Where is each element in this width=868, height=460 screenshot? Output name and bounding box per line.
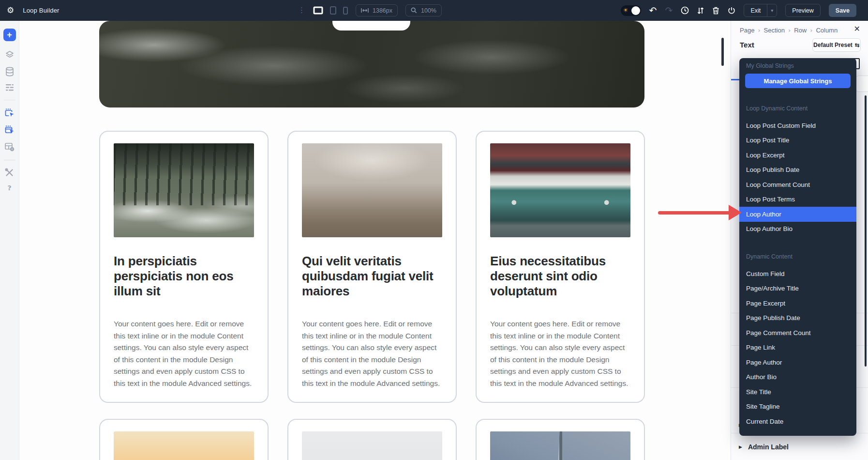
selector-window-alt-icon[interactable] xyxy=(4,125,15,135)
sidebar-divider xyxy=(4,160,15,160)
save-button-label: Save xyxy=(836,7,850,14)
post-image xyxy=(302,143,442,237)
breadcrumb-row[interactable]: Row xyxy=(794,27,807,34)
post-card[interactable] xyxy=(287,419,457,460)
post-card[interactable] xyxy=(99,419,269,460)
post-body-text: Your content goes here. Edit or remove t… xyxy=(302,318,442,389)
left-sidebar: + xyxy=(0,21,19,460)
dropdown-item[interactable]: Loop Author xyxy=(739,207,856,222)
text-field-label: Text xyxy=(740,41,754,49)
canvas-width-value: 1386px xyxy=(373,7,392,14)
dropdown-item[interactable]: Loop Post Custom Field xyxy=(739,118,856,133)
sun-icon: ☀ xyxy=(623,7,629,13)
dropdown-item[interactable]: Loop Excerpt xyxy=(739,148,856,163)
width-arrows-icon xyxy=(361,8,369,13)
dropdown-item[interactable]: Custom Field xyxy=(739,266,856,281)
partial-select-box xyxy=(855,76,868,92)
dropdown-item[interactable]: Loop Comment Count xyxy=(739,177,856,192)
history-clock-icon[interactable] xyxy=(681,6,689,15)
exit-button[interactable]: Exit ▾ xyxy=(744,4,777,17)
post-image xyxy=(114,431,254,460)
dropdown-item[interactable]: Loop Post Terms xyxy=(739,192,856,207)
post-image xyxy=(114,143,254,237)
post-card[interactable]: In perspiciatis perspiciatis non eos ill… xyxy=(99,131,269,403)
add-element-button[interactable]: + xyxy=(3,29,16,41)
breadcrumb: Page › Section › Row › Column xyxy=(740,27,838,34)
post-card[interactable] xyxy=(476,419,645,460)
sidebar-divider xyxy=(4,100,15,100)
post-image xyxy=(302,431,442,460)
breadcrumb-separator-icon: › xyxy=(810,27,812,33)
page-canvas: In perspiciatis perspiciatis non eos ill… xyxy=(20,21,731,460)
dropdown-item[interactable]: Site Title xyxy=(739,384,856,399)
preview-button[interactable]: Preview xyxy=(785,4,820,17)
global-settings-list-icon[interactable] xyxy=(5,84,14,92)
dropdown-section: Dynamic Content Custom FieldPage/Archive… xyxy=(739,253,856,429)
global-strings-section-label: My Global Strings xyxy=(746,62,850,70)
exit-caret-icon[interactable]: ▾ xyxy=(767,4,777,16)
hero-image[interactable] xyxy=(99,21,644,107)
post-title: Qui velit veritatis quibusdam fugiat vel… xyxy=(302,254,442,299)
post-body-text: Your content goes here. Edit or remove t… xyxy=(490,318,630,389)
zoom-magnifier-icon xyxy=(411,7,417,14)
undo-icon[interactable]: ↶ xyxy=(649,6,657,15)
tools-wrench-icon[interactable] xyxy=(5,168,14,177)
module-settings-icon[interactable] xyxy=(4,142,15,152)
builder-settings-gear-icon[interactable]: ⚙ xyxy=(7,6,14,15)
zoom-field[interactable]: 100% xyxy=(405,4,442,16)
phone-breakpoint-icon[interactable] xyxy=(343,7,348,15)
dropdown-item[interactable]: Loop Publish Date xyxy=(739,163,856,178)
dropdown-item[interactable]: Page/Archive Title xyxy=(739,281,856,296)
save-button[interactable]: Save xyxy=(829,4,856,17)
dropdown-item[interactable]: Page Author xyxy=(739,355,856,370)
dropdown-item[interactable]: Page Excerpt xyxy=(739,296,856,311)
breadcrumb-page[interactable]: Page xyxy=(740,27,754,34)
dropdown-item[interactable]: Current Date xyxy=(739,414,856,429)
database-icon[interactable] xyxy=(5,67,14,77)
manage-global-strings-button[interactable]: Manage Global Strings xyxy=(745,74,851,88)
collapse-triangle-icon: ▶ xyxy=(739,445,742,449)
admin-label-section-label: Admin Label xyxy=(748,443,789,451)
sort-arrows-icon[interactable] xyxy=(697,7,704,15)
redo-icon[interactable]: ↷ xyxy=(665,6,673,15)
dropdown-item[interactable]: Page Comment Count xyxy=(739,325,856,340)
desktop-breakpoint-icon[interactable] xyxy=(313,6,323,15)
dropdown-item[interactable]: Loop Post Title xyxy=(739,133,856,148)
zoom-value: 100% xyxy=(421,7,436,14)
post-card[interactable]: Eius necessitatibus deserunt sint odio v… xyxy=(476,131,645,403)
post-title: Eius necessitatibus deserunt sint odio v… xyxy=(490,254,630,299)
app-title: Loop Builder xyxy=(23,7,59,14)
dropdown-section-label: Loop Dynamic Content xyxy=(746,105,850,112)
breadcrumb-column[interactable]: Column xyxy=(816,27,838,34)
canvas-width-field[interactable]: 1386px xyxy=(356,4,398,16)
post-grid-row-1: In perspiciatis perspiciatis non eos ill… xyxy=(99,131,645,403)
light-dark-mode-toggle[interactable]: ☀ xyxy=(621,5,641,16)
trash-icon[interactable] xyxy=(712,7,719,15)
dropdown-item[interactable]: Site Tagline xyxy=(739,399,856,414)
breadcrumb-separator-icon: › xyxy=(758,27,760,33)
tablet-breakpoint-icon[interactable] xyxy=(330,6,336,15)
dropdown-item[interactable]: Loop Author Bio xyxy=(739,222,856,237)
dropdown-sections: Loop Dynamic Content Loop Post Custom Fi… xyxy=(739,105,856,429)
breadcrumb-separator-icon: › xyxy=(788,27,791,33)
power-icon[interactable] xyxy=(728,7,735,15)
more-options-kebab-icon[interactable]: ⋮ xyxy=(298,7,305,14)
layers-icon[interactable] xyxy=(5,50,15,60)
dropdown-section-label: Dynamic Content xyxy=(746,253,850,261)
exit-button-label: Exit xyxy=(744,7,767,14)
breadcrumb-section[interactable]: Section xyxy=(764,27,785,34)
top-toolbar: ⚙ Loop Builder ⋮ 1386px 100% xyxy=(0,0,868,21)
canvas-scrollbar[interactable] xyxy=(721,38,724,66)
post-card[interactable]: Qui velit veritatis quibusdam fugiat vel… xyxy=(287,131,457,403)
dropdown-item[interactable]: Author Bio xyxy=(739,370,856,385)
dropdown-item[interactable]: Page Link xyxy=(739,340,856,355)
hero-button-partial[interactable] xyxy=(332,21,410,31)
default-preset-label: Default Preset xyxy=(813,42,853,48)
close-panel-icon[interactable]: ✕ xyxy=(854,25,860,33)
dropdown-item[interactable]: Page Publish Date xyxy=(739,311,856,326)
admin-label-section-row[interactable]: ▶ Admin Label xyxy=(739,443,789,451)
default-preset-button[interactable]: Default Preset ⇆ xyxy=(812,38,861,52)
selector-window-icon[interactable] xyxy=(4,108,15,118)
panel-scrollbar[interactable] xyxy=(865,95,867,367)
help-icon[interactable]: ? xyxy=(7,184,11,191)
